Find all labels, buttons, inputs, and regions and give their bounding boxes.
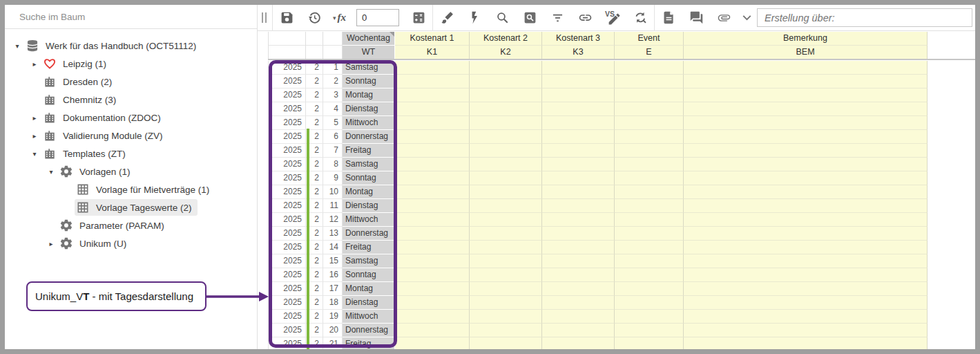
month-cell[interactable]: 2 bbox=[306, 199, 323, 213]
event-cell[interactable] bbox=[615, 310, 684, 324]
year-cell[interactable]: 2025 bbox=[268, 185, 306, 199]
month-cell[interactable]: 2 bbox=[306, 213, 323, 227]
k2-cell[interactable] bbox=[470, 254, 542, 268]
k1-cell[interactable] bbox=[395, 213, 470, 227]
tree-item-content[interactable]: Dokumentation (ZDOC) bbox=[41, 109, 166, 126]
event-cell[interactable] bbox=[615, 130, 684, 144]
weekday-cell[interactable]: Dienstag bbox=[343, 199, 395, 213]
event-cell[interactable] bbox=[615, 227, 684, 241]
k1-cell[interactable] bbox=[395, 88, 470, 102]
k3-cell[interactable] bbox=[542, 61, 615, 75]
k3-cell[interactable] bbox=[542, 310, 615, 324]
k1-cell[interactable] bbox=[395, 310, 470, 324]
month-cell[interactable]: 2 bbox=[306, 61, 323, 75]
attachment-button[interactable] bbox=[716, 10, 731, 26]
value-input[interactable] bbox=[356, 9, 399, 26]
weekday-cell[interactable]: Mittwoch bbox=[343, 116, 395, 130]
weekday-cell[interactable]: Freitag bbox=[343, 337, 395, 349]
bemerkung-cell[interactable] bbox=[684, 88, 928, 102]
bemerkung-cell[interactable] bbox=[684, 199, 928, 213]
month-cell[interactable]: 2 bbox=[306, 227, 323, 241]
month-cell[interactable]: 2 bbox=[306, 144, 323, 158]
tree-item[interactable]: ▸Unikum (U) bbox=[5, 234, 257, 252]
bemerkung-cell[interactable] bbox=[684, 241, 928, 254]
k2-cell[interactable] bbox=[470, 282, 542, 296]
column-code-wt[interactable]: WT bbox=[343, 46, 395, 59]
collapse-arrow-icon[interactable]: ▾ bbox=[10, 42, 24, 50]
event-cell[interactable] bbox=[615, 296, 684, 310]
k3-cell[interactable] bbox=[542, 144, 615, 158]
day-cell[interactable]: 15 bbox=[323, 254, 343, 268]
year-cell[interactable]: 2025 bbox=[268, 282, 306, 296]
k1-cell[interactable] bbox=[395, 171, 470, 185]
k2-cell[interactable] bbox=[470, 227, 542, 241]
bemerkung-cell[interactable] bbox=[684, 324, 928, 337]
tree-item-content[interactable]: Vorlage Tageswerte (2) bbox=[75, 199, 198, 216]
month-cell[interactable]: 2 bbox=[306, 337, 323, 349]
brush-button[interactable] bbox=[439, 10, 454, 26]
k3-cell[interactable] bbox=[542, 254, 615, 268]
event-cell[interactable] bbox=[615, 324, 684, 337]
event-cell[interactable] bbox=[615, 102, 684, 116]
expand-arrow-icon[interactable]: ▸ bbox=[44, 240, 58, 248]
function-dropdown-button[interactable]: ▾ fx bbox=[333, 12, 346, 24]
day-cell[interactable]: 3 bbox=[323, 88, 343, 102]
weekday-cell[interactable]: Montag bbox=[343, 185, 395, 199]
k2-cell[interactable] bbox=[470, 116, 542, 130]
k3-cell[interactable] bbox=[542, 296, 615, 310]
document-button[interactable] bbox=[661, 10, 676, 26]
k1-cell[interactable] bbox=[395, 337, 470, 349]
tree-item[interactable]: Parameter (PARAM) bbox=[5, 216, 257, 234]
weekday-cell[interactable]: Mittwoch bbox=[343, 213, 395, 227]
day-cell[interactable]: 16 bbox=[323, 268, 343, 282]
k3-cell[interactable] bbox=[542, 227, 615, 241]
day-cell[interactable]: 20 bbox=[323, 324, 343, 337]
k2-cell[interactable] bbox=[470, 324, 542, 337]
weekday-cell[interactable]: Montag bbox=[343, 282, 395, 296]
month-cell[interactable]: 2 bbox=[306, 88, 323, 102]
column-title[interactable] bbox=[323, 32, 343, 46]
tree-item-content[interactable]: Parameter (PARAM) bbox=[58, 217, 170, 234]
k3-cell[interactable] bbox=[542, 268, 615, 282]
day-cell[interactable]: 1 bbox=[323, 61, 343, 75]
tree-item[interactable]: Chemnitz (3) bbox=[5, 91, 257, 109]
day-cell[interactable]: 18 bbox=[323, 296, 343, 310]
column-title-k2[interactable]: Kostenart 2 bbox=[470, 32, 542, 46]
weekday-cell[interactable]: Dienstag bbox=[343, 102, 395, 116]
weekday-cell[interactable]: Sonntag bbox=[343, 75, 395, 88]
bemerkung-cell[interactable] bbox=[684, 185, 928, 199]
event-cell[interactable] bbox=[615, 254, 684, 268]
column-code[interactable] bbox=[306, 46, 323, 59]
year-cell[interactable]: 2025 bbox=[268, 75, 306, 88]
tree-item[interactable]: ▸Validierung Module (ZV) bbox=[5, 127, 257, 145]
bemerkung-cell[interactable] bbox=[684, 310, 928, 324]
k1-cell[interactable] bbox=[395, 254, 470, 268]
event-cell[interactable] bbox=[615, 171, 684, 185]
expand-arrow-icon[interactable]: ▸ bbox=[28, 60, 41, 68]
bemerkung-cell[interactable] bbox=[684, 171, 928, 185]
column-code-bem[interactable]: BEM bbox=[684, 46, 928, 59]
tree-item-content[interactable]: Validierung Module (ZV) bbox=[41, 127, 169, 144]
bemerkung-cell[interactable] bbox=[684, 102, 928, 116]
day-cell[interactable]: 9 bbox=[323, 171, 343, 185]
day-cell[interactable]: 7 bbox=[323, 144, 343, 158]
chevron-down-button[interactable] bbox=[739, 10, 754, 26]
column-code-k3[interactable]: K3 bbox=[542, 46, 615, 59]
column-title-e[interactable]: Event bbox=[615, 32, 684, 46]
day-cell[interactable]: 13 bbox=[323, 227, 343, 241]
year-cell[interactable]: 2025 bbox=[268, 158, 306, 171]
k2-cell[interactable] bbox=[470, 158, 542, 171]
event-cell[interactable] bbox=[615, 241, 684, 254]
splitter-drag-handle[interactable] bbox=[262, 12, 267, 23]
expand-arrow-icon[interactable]: ▸ bbox=[28, 114, 41, 122]
tree-item[interactable]: ▾Templates (ZT) bbox=[5, 145, 257, 162]
lightning-button[interactable] bbox=[467, 10, 482, 26]
tree-item[interactable]: Dresden (2) bbox=[5, 73, 257, 91]
tree-item-content[interactable]: Vorlagen (1) bbox=[58, 163, 136, 180]
year-cell[interactable]: 2025 bbox=[268, 88, 306, 102]
bemerkung-cell[interactable] bbox=[684, 158, 928, 171]
comment-button[interactable] bbox=[689, 10, 704, 26]
collapse-arrow-icon[interactable]: ▾ bbox=[28, 150, 41, 158]
k2-cell[interactable] bbox=[470, 144, 542, 158]
k1-cell[interactable] bbox=[395, 282, 470, 296]
